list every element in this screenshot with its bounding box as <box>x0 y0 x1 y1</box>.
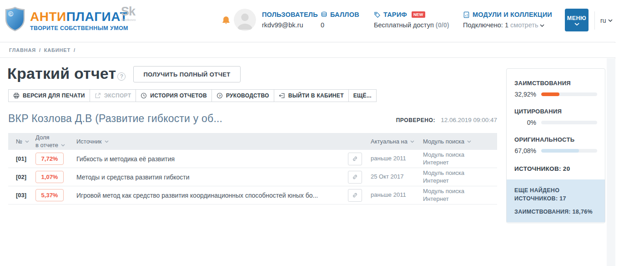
breadcrumb: ГЛАВНАЯ / КАБИНЕТ / <box>9 47 75 53</box>
progress-bar <box>541 92 597 96</box>
source-link-button[interactable] <box>348 171 362 184</box>
checked-timestamp: 12.06.2019 09:00:47 <box>441 117 497 123</box>
breadcrumb-separator: / <box>74 47 75 53</box>
top-header: © АНТИПЛАГИАТ ТВОРИТЕ СОБСТВЕННЫМ УМОМ S… <box>0 0 615 42</box>
breadcrumb-cabinet[interactable]: КАБИНЕТ <box>44 47 70 53</box>
column-module: Модуль поиска <box>423 138 497 145</box>
more-button[interactable]: ЕЩЁ... <box>348 89 377 102</box>
source-module: Модуль поиска Интернет <box>423 169 497 185</box>
language-selector[interactable]: ru <box>600 17 613 24</box>
breadcrumb-bar: ГЛАВНАЯ / КАБИНЕТ / <box>0 43 615 58</box>
metric-value: 32,92% <box>514 91 536 98</box>
checked-label: ПРОВЕРЕНО: <box>396 117 435 123</box>
metric-originality: ОРИГИНАЛЬНОСТЬ 67,08% <box>514 136 597 154</box>
share-badge: 1,07% <box>35 171 64 183</box>
tariff-value: Бесплатный доступ (0/0) <box>374 21 449 29</box>
source-date: раньше 2011 <box>371 155 423 163</box>
report-history-button[interactable]: ИСТОРИЯ ОТЧЕТОВ <box>136 89 212 102</box>
page-title: Краткий отчет <box>7 65 116 82</box>
points-db-icon <box>321 11 327 18</box>
help-icon[interactable]: ? <box>117 72 126 81</box>
table-row: [01] 7,72% Гибкость и методика её развит… <box>8 150 497 168</box>
progress-bar <box>541 149 597 153</box>
table-row: [03] 5,37% Игровой метод как средство ра… <box>8 186 497 205</box>
sources-table: № Доля в отчете Источник Актуальна на <box>8 133 497 205</box>
metric-value: 0% <box>514 119 536 126</box>
column-relevant: Актуальна на <box>371 138 423 145</box>
tariff-quota: (0/0) <box>436 21 449 29</box>
points-value: 0 <box>321 21 359 29</box>
export-button[interactable]: ЭКСПОРТ <box>90 89 136 102</box>
scrollbar-track[interactable] <box>607 58 615 266</box>
antiplagiat-logo[interactable]: © АНТИПЛАГИАТ ТВОРИТЕ СОБСТВЕННЫМ УМОМ <box>5 6 128 32</box>
user-avatar[interactable] <box>234 9 256 31</box>
guide-button[interactable]: ? РУКОВОДСТВО <box>211 89 274 102</box>
sort-chevron-icon[interactable] <box>410 140 414 143</box>
question-circle-icon: ? <box>216 92 223 99</box>
more-found-line2: ИСТОЧНИКОВ: 17 <box>514 194 597 203</box>
source-title: Игровой метод как средство развития коор… <box>76 192 348 199</box>
source-link-button[interactable] <box>348 189 362 202</box>
breadcrumb-separator: / <box>39 47 41 53</box>
sort-chevron-icon[interactable] <box>25 140 29 143</box>
get-full-report-button[interactable]: ПОЛУЧИТЬ ПОЛНЫЙ ОТЧЕТ <box>133 66 240 82</box>
source-date: 25 Окт 2017 <box>371 173 423 181</box>
more-found-box: ЕЩЕ НАЙДЕНО ИСТОЧНИКОВ: 17 ЗАИМСТВОВАНИЯ… <box>507 179 605 222</box>
source-date: раньше 2011 <box>371 191 423 199</box>
modules-doc-icon <box>463 11 470 18</box>
source-link-button[interactable] <box>348 153 362 165</box>
notifications-bell-icon[interactable] <box>221 15 231 26</box>
progress-bar <box>541 121 597 124</box>
checked-info: ПРОВЕРЕНО: 12.06.2019 09:00:47 <box>396 117 497 125</box>
user-email: rkdv99@bk.ru <box>262 21 318 29</box>
sort-chevron-icon[interactable] <box>61 144 65 147</box>
column-share: Доля в отчете <box>35 134 76 149</box>
metric-borrowings: ЗАИМСТВОВАНИЯ 32,92% <box>514 80 597 98</box>
modules-block: МОДУЛИ И КОЛЛЕКЦИИ Подключено: 1 смотрет… <box>463 11 552 29</box>
exit-icon <box>279 92 285 99</box>
user-label: ПОЛЬЗОВАТЕЛЬ <box>262 11 318 18</box>
source-number: [01] <box>8 155 35 162</box>
modules-view-link[interactable]: смотреть <box>510 21 538 29</box>
antiplagiat-report-page: © АНТИПЛАГИАТ ТВОРИТЕ СОБСТВЕННЫМ УМОМ S… <box>0 0 644 266</box>
title-row: Краткий отчет ? ПОЛУЧИТЬ ПОЛНЫЙ ОТЧЕТ <box>7 64 241 82</box>
back-to-cabinet-button[interactable]: ВЫЙТИ В КАБИНЕТ <box>274 89 349 102</box>
chevron-down-icon[interactable] <box>540 24 544 27</box>
menu-button[interactable]: МЕНЮ <box>565 9 589 31</box>
chevron-down-icon <box>574 23 579 26</box>
print-version-button[interactable]: ВЕРСИЯ ДЛЯ ПЕЧАТИ <box>8 89 90 102</box>
points-label: БАЛЛОВ <box>330 11 359 18</box>
skolkovo-logo: Sk Skolkovo <box>121 5 136 22</box>
report-toolbar: ВЕРСИЯ ДЛЯ ПЕЧАТИ ЭКСПОРТ ИСТОРИЯ ОТЧЕТО… <box>8 89 377 102</box>
sort-chevron-icon[interactable] <box>467 140 471 143</box>
tariff-block[interactable]: ТАРИФ NEW Бесплатный доступ (0/0) <box>374 11 449 29</box>
points-block[interactable]: БАЛЛОВ 0 <box>321 11 359 29</box>
metric-citations: ЦИТИРОВАНИЯ 0% <box>514 108 597 126</box>
modules-connected: Подключено: 1 <box>463 21 508 29</box>
brand-tagline: ТВОРИТЕ СОБСТВЕННЫМ УМОМ <box>30 25 128 31</box>
svg-text:©: © <box>8 10 13 18</box>
export-icon <box>95 92 101 99</box>
source-module: Модуль поиска Интернет <box>423 151 497 167</box>
tariff-label: ТАРИФ <box>383 11 407 18</box>
table-header: № Доля в отчете Источник Актуальна на <box>8 133 497 150</box>
printer-icon <box>13 92 20 99</box>
modules-label[interactable]: МОДУЛИ И КОЛЛЕКЦИИ <box>473 11 552 18</box>
svg-text:?: ? <box>219 94 221 98</box>
report-summary-card: ЗАИМСТВОВАНИЯ 32,92% ЦИТИРОВАНИЯ 0% ОРИГ… <box>506 68 605 223</box>
user-menu[interactable]: ПОЛЬЗОВАТЕЛЬ rkdv99@bk.ru <box>262 11 318 29</box>
header-divider <box>594 11 595 30</box>
source-module: Модуль поиска Интернет <box>423 188 497 203</box>
new-badge: NEW <box>412 11 425 18</box>
share-badge: 7,72% <box>35 153 64 165</box>
sort-chevron-icon[interactable] <box>105 140 109 143</box>
metric-value: 67,08% <box>514 147 536 154</box>
tariff-tag-icon <box>374 11 381 18</box>
document-title: ВКР Козлова Д.В (Развитие гибкости у об.… <box>8 113 222 125</box>
column-num: № <box>8 138 35 145</box>
share-badge: 5,37% <box>35 189 64 201</box>
page-frame: © АНТИПЛАГИАТ ТВОРИТЕ СОБСТВЕННЫМ УМОМ S… <box>0 0 615 266</box>
breadcrumb-home[interactable]: ГЛАВНАЯ <box>9 47 36 53</box>
table-row: [02] 1,07% Методы и средства развития ги… <box>8 168 497 186</box>
shield-logo-icon: © <box>5 6 25 32</box>
